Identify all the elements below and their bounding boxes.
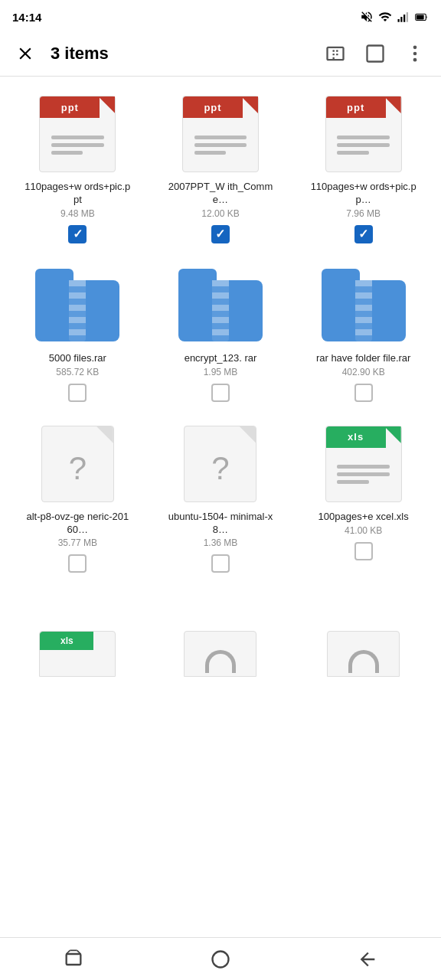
ppt-icon: ppt xyxy=(325,96,402,172)
select-all-button[interactable] xyxy=(361,40,389,67)
list-item[interactable] xyxy=(295,586,432,688)
file-size: 585.72 KB xyxy=(56,367,99,377)
signal-icon xyxy=(397,10,410,24)
unknown-icon: ? xyxy=(41,426,114,502)
file-name: 5000 files.rar xyxy=(49,352,106,365)
list-item[interactable]: ppt 2007PPT_W ith_Comme… 12.00 KB ✓ xyxy=(152,86,289,251)
checkbox[interactable]: ✓ xyxy=(210,224,231,245)
svg-point-7 xyxy=(413,45,417,49)
unknown-partial-icon xyxy=(184,631,256,677)
file-icon-wrap xyxy=(318,263,410,348)
file-name: encrypt_123. rar xyxy=(185,352,257,365)
file-icon-wrap: ? xyxy=(175,422,266,506)
list-item[interactable]: xls 100pages+e xcel.xls 41.00 KB xyxy=(295,416,432,581)
file-name: 2007PPT_W ith_Comme… xyxy=(167,181,274,207)
file-name: 100pages+e xcel.xls xyxy=(318,511,409,524)
back-icon xyxy=(357,949,378,970)
bottom-nav xyxy=(0,937,441,980)
unknown-partial-icon xyxy=(327,631,400,677)
file-icon-wrap xyxy=(318,593,410,677)
list-item[interactable]: 5000 files.rar 585.72 KB xyxy=(9,257,146,410)
xls-partial-icon: xls xyxy=(39,631,116,677)
status-bar: 14:14 xyxy=(0,0,441,31)
wifi-icon xyxy=(378,10,392,24)
list-item[interactable]: ppt 110pages+w ords+pic.ppt 9.48 MB ✓ xyxy=(9,86,146,251)
status-time: 14:14 xyxy=(12,11,41,24)
svg-rect-0 xyxy=(398,19,400,22)
ppt-icon: ppt xyxy=(182,96,259,172)
file-size: 7.96 MB xyxy=(346,208,381,219)
list-item[interactable]: rar have folder file.rar 402.90 KB xyxy=(295,257,432,410)
file-name: ubuntu-1504- minimal-x8… xyxy=(167,511,274,537)
svg-rect-2 xyxy=(403,15,405,22)
file-size: 402.90 KB xyxy=(342,367,385,377)
top-bar-right xyxy=(322,40,429,67)
file-name: 110pages+w ords+pic.pp… xyxy=(310,181,417,207)
file-icon-wrap xyxy=(175,263,266,348)
rar-icon xyxy=(35,269,119,341)
list-item[interactable]: xls xyxy=(9,586,146,688)
top-bar: 3 items xyxy=(0,31,441,77)
checkbox[interactable] xyxy=(67,553,88,574)
svg-rect-1 xyxy=(400,17,402,22)
svg-rect-6 xyxy=(368,45,384,61)
status-icons xyxy=(360,10,429,24)
home-icon xyxy=(210,949,231,970)
file-size: 41.00 KB xyxy=(345,525,382,536)
back-stack-button[interactable] xyxy=(44,942,103,976)
unknown-icon: ? xyxy=(184,426,256,502)
compress-icon xyxy=(325,43,346,64)
checkbox[interactable] xyxy=(210,553,231,574)
list-item[interactable] xyxy=(152,586,289,688)
ppt-icon: ppt xyxy=(39,96,116,172)
file-icon-wrap: ppt xyxy=(31,92,123,176)
svg-point-8 xyxy=(413,51,417,55)
zip-button[interactable] xyxy=(322,40,349,67)
file-name: 110pages+w ords+pic.ppt xyxy=(24,181,131,207)
svg-point-9 xyxy=(413,57,417,61)
file-name: rar have folder file.rar xyxy=(316,352,411,365)
checkbox[interactable] xyxy=(67,382,88,403)
square-icon xyxy=(364,43,386,64)
more-options-button[interactable] xyxy=(401,40,429,67)
recent-apps-icon xyxy=(63,949,84,970)
more-icon xyxy=(404,43,426,64)
file-icon-wrap: ppt xyxy=(318,92,410,176)
svg-rect-10 xyxy=(67,954,81,965)
file-icon-wrap: ? xyxy=(31,422,123,506)
svg-rect-3 xyxy=(407,12,408,22)
svg-rect-5 xyxy=(416,15,424,19)
svg-point-14 xyxy=(213,951,229,967)
mute-icon xyxy=(360,10,374,24)
checkbox[interactable]: ✓ xyxy=(353,224,374,245)
checkbox[interactable]: ✓ xyxy=(67,224,88,245)
xls-icon: xls xyxy=(325,426,402,502)
file-name: alt-p8-ovz-ge neric-20160… xyxy=(24,511,131,537)
file-icon-wrap: ppt xyxy=(175,92,266,176)
close-button[interactable] xyxy=(12,41,38,67)
list-item[interactable]: ? ubuntu-1504- minimal-x8… 1.36 MB xyxy=(152,416,289,581)
checkbox[interactable] xyxy=(353,541,374,562)
close-icon xyxy=(15,44,35,64)
rar-icon xyxy=(322,269,406,341)
top-bar-left: 3 items xyxy=(12,41,109,67)
file-size: 12.00 KB xyxy=(201,208,239,219)
file-icon-wrap: xls xyxy=(318,422,410,506)
file-size: 1.36 MB xyxy=(204,537,238,548)
file-icon-wrap xyxy=(175,593,266,677)
home-button[interactable] xyxy=(191,942,250,976)
list-item[interactable]: ? alt-p8-ovz-ge neric-20160… 35.77 MB xyxy=(9,416,146,581)
list-item[interactable]: encrypt_123. rar 1.95 MB xyxy=(152,257,289,410)
checkbox[interactable] xyxy=(353,382,374,403)
list-item[interactable]: ppt 110pages+w ords+pic.pp… 7.96 MB ✓ xyxy=(295,86,432,251)
file-icon-wrap: xls xyxy=(31,593,123,677)
file-icon-wrap xyxy=(31,263,123,348)
page-title: 3 items xyxy=(51,44,109,64)
back-button[interactable] xyxy=(338,942,397,976)
file-size: 9.48 MB xyxy=(60,208,95,219)
file-size: 35.77 MB xyxy=(58,537,97,548)
file-size: 1.95 MB xyxy=(204,367,238,377)
battery-icon xyxy=(415,10,429,24)
checkbox[interactable] xyxy=(210,382,231,403)
rar-icon xyxy=(178,269,263,341)
